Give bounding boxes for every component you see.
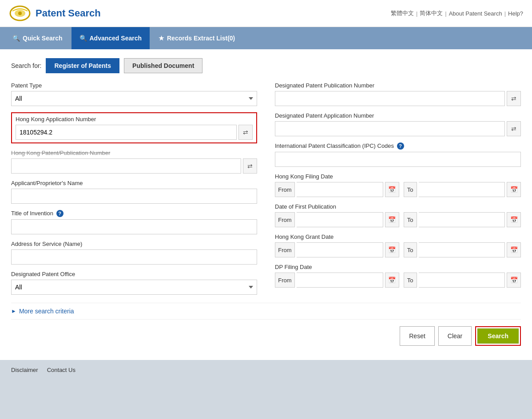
- applicant-name-input[interactable]: [11, 189, 257, 204]
- hk-application-number-swap-btn[interactable]: ⇄: [238, 125, 253, 140]
- applicant-name-group: Applicant/Proprietor's Name: [11, 180, 257, 204]
- date-first-pub-to-label: To: [404, 212, 417, 227]
- designated-app-number-input[interactable]: [275, 121, 505, 136]
- designated-pub-number-group: Designated Patent Publication Number ⇄: [275, 82, 521, 106]
- patent-type-group: Patent Type All Standard Patent Short-te…: [11, 82, 257, 106]
- hk-grant-date-group: Hong Kong Grant Date From 📅 To 📅: [275, 233, 521, 257]
- hk-filing-to-label: To: [404, 182, 417, 197]
- ipc-codes-input[interactable]: [275, 152, 521, 167]
- main-content: Search for: Register of Patents Publishe…: [0, 49, 532, 360]
- hk-grant-from-cal-btn[interactable]: 📅: [385, 242, 399, 257]
- left-column: Patent Type All Standard Patent Short-te…: [11, 82, 257, 301]
- applicant-name-label: Applicant/Proprietor's Name: [11, 180, 257, 186]
- footer: Disclaimer Contact Us: [0, 360, 532, 380]
- date-first-pub-to-input[interactable]: [419, 212, 505, 227]
- designated-patent-office-select[interactable]: All: [11, 280, 257, 295]
- tab-advanced-search[interactable]: 🔍 Advanced Search: [71, 27, 150, 49]
- designated-app-number-group: Designated Patent Application Number ⇄: [275, 112, 521, 136]
- hk-filing-to-input[interactable]: [419, 182, 505, 197]
- tab-published-document[interactable]: Published Document: [124, 58, 202, 73]
- hk-grant-date-range: From 📅 To 📅: [275, 242, 521, 257]
- date-first-pub-group: Date of First Publication From 📅 To 📅: [275, 203, 521, 227]
- search-button[interactable]: Search: [477, 328, 519, 344]
- ipc-help-icon[interactable]: ?: [397, 142, 404, 150]
- designated-app-number-row: ⇄: [275, 121, 521, 136]
- star-icon: ★: [159, 35, 164, 42]
- tab-register-of-patents[interactable]: Register of Patents: [46, 58, 119, 73]
- search-for-row: Search for: Register of Patents Publishe…: [11, 58, 521, 73]
- hk-grant-to-input[interactable]: [419, 242, 505, 257]
- title-invention-input[interactable]: [11, 219, 257, 234]
- patent-type-label: Patent Type: [11, 82, 257, 89]
- designated-pub-number-row: ⇄: [275, 91, 521, 106]
- hk-filing-to-cal-btn[interactable]: 📅: [507, 182, 521, 197]
- hk-grant-date-label: Hong Kong Grant Date: [275, 233, 521, 240]
- designated-app-swap-btn[interactable]: ⇄: [507, 121, 521, 136]
- more-search-criteria[interactable]: ► More search criteria: [11, 303, 521, 319]
- dp-filing-from-cal-btn[interactable]: 📅: [385, 273, 399, 288]
- hk-filing-from-cal-btn[interactable]: 📅: [385, 182, 399, 197]
- app-title: Patent Search: [36, 8, 101, 19]
- hk-filing-date-label: Hong Kong Filing Date: [275, 173, 521, 180]
- footer-disclaimer[interactable]: Disclaimer: [11, 367, 38, 373]
- address-service-group: Address for Service (Name): [11, 241, 257, 265]
- title-invention-help-icon[interactable]: ?: [56, 210, 64, 217]
- dp-filing-to-label: To: [404, 273, 417, 288]
- date-first-pub-range: From 📅 To 📅: [275, 212, 521, 227]
- designated-pub-number-input[interactable]: [275, 91, 505, 106]
- search-for-label: Search for:: [11, 62, 41, 69]
- title-invention-group: Title of Invention ?: [11, 210, 257, 234]
- more-criteria-label: More search criteria: [19, 308, 74, 315]
- link-help[interactable]: Help?: [508, 10, 523, 17]
- date-first-pub-from-cal-btn[interactable]: 📅: [385, 212, 399, 227]
- logo-area: Patent Search: [9, 4, 101, 22]
- hk-filing-date-group: Hong Kong Filing Date From 📅 To 📅: [275, 173, 521, 197]
- address-service-label: Address for Service (Name): [11, 241, 257, 247]
- hk-patent-publication-swap-btn[interactable]: ⇄: [243, 158, 257, 174]
- form-grid: Patent Type All Standard Patent Short-te…: [11, 82, 521, 301]
- dp-filing-date-label: DP Filing Date: [275, 264, 521, 270]
- title-invention-label: Title of Invention ?: [11, 210, 257, 217]
- hk-grant-to-label: To: [404, 242, 417, 257]
- hk-grant-to-cal-btn[interactable]: 📅: [507, 242, 521, 257]
- search-icon-advanced: 🔍: [79, 35, 87, 42]
- date-first-pub-label: Date of First Publication: [275, 203, 521, 210]
- tab-quick-search[interactable]: 🔍 Quick Search: [4, 27, 71, 49]
- dp-filing-to-cal-btn[interactable]: 📅: [507, 273, 521, 288]
- designated-app-number-label: Designated Patent Application Number: [275, 112, 521, 119]
- ipc-codes-label: International Patent Classification (IPC…: [275, 142, 521, 150]
- dp-filing-date-group: DP Filing Date From 📅 To 📅: [275, 264, 521, 288]
- hk-grant-from-input[interactable]: [297, 242, 383, 257]
- link-about[interactable]: About Patent Search: [449, 10, 502, 17]
- designated-pub-swap-btn[interactable]: ⇄: [507, 91, 521, 106]
- link-traditional-chinese[interactable]: 繁體中文: [391, 9, 414, 17]
- svg-point-2: [18, 12, 22, 15]
- patent-type-select[interactable]: All Standard Patent Short-term Patent: [11, 91, 257, 106]
- reset-button[interactable]: Reset: [400, 326, 435, 346]
- logo-icon: [9, 4, 31, 22]
- dp-filing-to-input[interactable]: [419, 273, 505, 288]
- date-first-pub-from-label: From: [275, 212, 295, 227]
- link-simplified-chinese[interactable]: 简体中文: [420, 9, 443, 17]
- clear-button[interactable]: Clear: [438, 326, 472, 346]
- address-service-input[interactable]: [11, 249, 257, 265]
- date-first-pub-from-input[interactable]: [297, 212, 383, 227]
- hk-filing-date-range: From 📅 To 📅: [275, 182, 521, 197]
- hk-application-number-group: Hong Kong Application Number ⇄: [11, 112, 257, 143]
- dp-filing-from-input[interactable]: [297, 273, 383, 288]
- search-icon-quick: 🔍: [12, 35, 20, 42]
- hk-application-number-label: Hong Kong Application Number: [16, 116, 253, 123]
- hk-patent-publication-number-group: Hong Kong Patent/Publication Number ⇄: [11, 150, 257, 174]
- date-first-pub-to-cal-btn[interactable]: 📅: [507, 212, 521, 227]
- header-links: 繁體中文 | 简体中文 | About Patent Search | Help…: [391, 9, 523, 17]
- nav-bar: 🔍 Quick Search 🔍 Advanced Search ★ Recor…: [0, 27, 532, 49]
- hk-filing-from-input[interactable]: [297, 182, 383, 197]
- tab-records-extract[interactable]: ★ Records Extract List(0): [151, 27, 243, 49]
- designated-pub-number-label: Designated Patent Publication Number: [275, 82, 521, 89]
- hk-patent-publication-number-label: Hong Kong Patent/Publication Number: [11, 150, 257, 156]
- hk-application-number-row: ⇄: [16, 125, 253, 140]
- hk-application-number-input[interactable]: [16, 125, 237, 140]
- hk-patent-publication-number-input[interactable]: [11, 158, 241, 174]
- footer-contact-us[interactable]: Contact Us: [47, 367, 75, 373]
- dp-filing-from-label: From: [275, 273, 295, 288]
